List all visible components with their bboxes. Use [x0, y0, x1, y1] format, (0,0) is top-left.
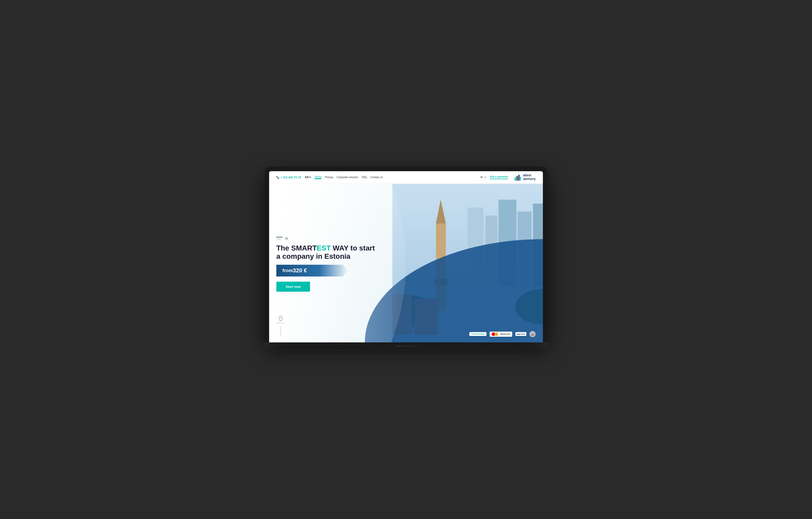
ask-question-text: Ask a question	[490, 175, 508, 178]
transferwise-logo: ⁷ TransferWise	[469, 332, 487, 336]
svg-rect-2	[518, 175, 519, 181]
nav-faq[interactable]: FAQ	[362, 176, 367, 179]
screen-content: 📞 + 372 602 70 75 EN ▾ Home Pricing Co	[269, 171, 543, 343]
chevron-down-icon: ▾	[309, 176, 311, 179]
nav-social-icons: ✉ f	[481, 175, 486, 179]
logo-text: attest advisory	[523, 174, 536, 181]
hero-content: 01 The SMARTEST WAY to start a company i…	[276, 184, 427, 343]
scroll-mouse-icon	[279, 316, 283, 321]
start-now-button[interactable]: Start now	[276, 282, 310, 292]
slide-line-3	[276, 239, 281, 240]
logo-advisory: advisory	[523, 177, 536, 181]
hero-title-highlight: EST	[317, 244, 330, 252]
phone-number: + 372 602 70 75	[281, 176, 301, 179]
slide-indicator: 01	[276, 237, 427, 240]
nav-corporate[interactable]: Corporate services	[337, 176, 358, 179]
svg-rect-1	[516, 176, 518, 181]
scroll-label: SCROLL	[276, 322, 285, 324]
nav-contact[interactable]: Contact us	[371, 176, 383, 179]
nav-home[interactable]: Home	[315, 175, 322, 179]
paysera-text: paySera	[517, 333, 525, 335]
transferwise-text: ⁷ TransferWise	[471, 333, 485, 335]
logo-icon	[514, 174, 522, 181]
facebook-icon[interactable]: f	[485, 176, 486, 179]
price-banner: from 320 €	[276, 265, 348, 276]
laptop-body: 📞 + 372 602 70 75 EN ▾ Home Pricing Co	[264, 167, 548, 343]
slide-lines	[276, 237, 283, 240]
email-icon[interactable]: ✉	[481, 175, 483, 179]
hero-section: 01 The SMARTEST WAY to start a company i…	[269, 184, 543, 343]
svg-rect-3	[520, 176, 521, 181]
price-prefix: from	[283, 268, 293, 273]
hero-title: The SMARTEST WAY to start a company in E…	[276, 244, 427, 261]
paysera-s: S	[521, 333, 522, 335]
phone-icon: 📞	[276, 176, 280, 179]
navbar: 📞 + 372 602 70 75 EN ▾ Home Pricing Co	[269, 171, 543, 184]
laptop-screen: 📞 + 372 602 70 75 EN ▾ Home Pricing Co	[269, 171, 543, 343]
logo-attest: attest	[523, 174, 536, 177]
lang-label: EN	[305, 176, 309, 179]
svg-rect-0	[515, 177, 516, 181]
scroll-indicator: SCROLL	[276, 316, 285, 336]
slide-number: 01	[285, 237, 288, 240]
nav-phone[interactable]: 📞 + 372 602 70 75	[276, 176, 301, 179]
slide-line-2	[276, 238, 281, 239]
paysera-logo: paySera	[515, 332, 526, 336]
price-amount: 320 €	[293, 267, 307, 274]
scroll-dot	[281, 317, 281, 319]
start-btn-label: Start now	[286, 285, 301, 289]
language-selector[interactable]: EN ▾	[305, 176, 311, 179]
laptop-base: MacBook Pro	[264, 343, 548, 350]
est-text: e-EST	[531, 333, 534, 336]
ask-question-link[interactable]: Ask a question	[490, 175, 508, 179]
mastercard-logo: MasterCard	[490, 332, 512, 337]
scroll-line	[281, 326, 281, 336]
laptop-foot	[275, 350, 537, 353]
payment-logos: ⁷ TransferWise MasterCard paySera	[469, 331, 536, 337]
nav-links: Home Pricing Corporate services FAQ Cont…	[315, 175, 476, 179]
slide-line-1	[276, 237, 283, 237]
laptop-base-label: MacBook Pro	[396, 345, 416, 347]
mastercard-orange-circle	[494, 332, 498, 336]
laptop-wrapper: 📞 + 372 602 70 75 EN ▾ Home Pricing Co	[264, 167, 548, 353]
nav-pricing[interactable]: Pricing	[325, 176, 333, 179]
mastercard-text: MasterCard	[500, 333, 510, 335]
est-badge: e-EST	[529, 331, 536, 337]
logo[interactable]: attest advisory	[514, 174, 536, 181]
